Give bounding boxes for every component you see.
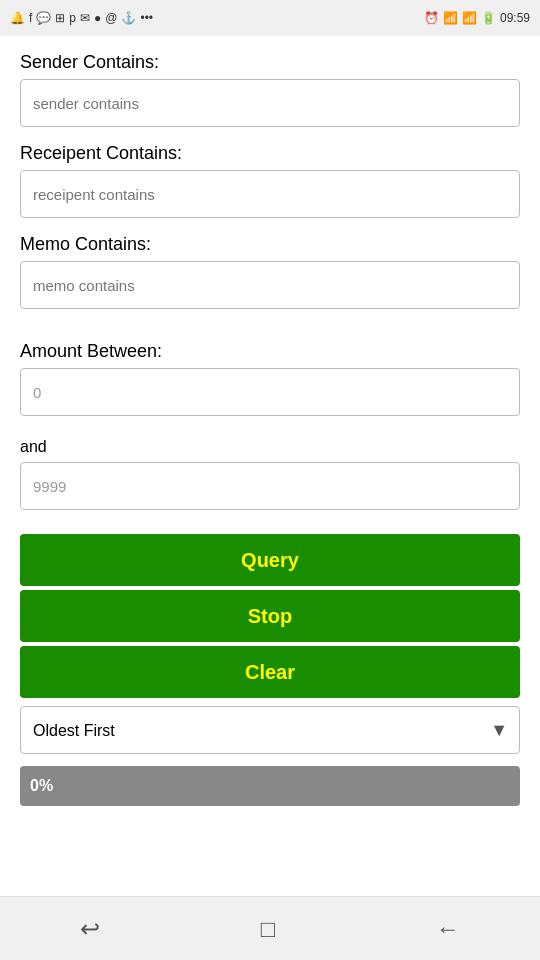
- amount-label: Amount Between:: [20, 341, 520, 362]
- dots-icon: •••: [140, 11, 153, 25]
- nav-recent-apps-icon[interactable]: ↩: [60, 907, 120, 951]
- amount-max-input[interactable]: [20, 462, 520, 510]
- anchor-icon: ⚓: [121, 11, 136, 25]
- sort-dropdown-wrapper: Oldest First Newest First Amount Ascendi…: [20, 706, 520, 754]
- progress-text: 0%: [30, 777, 53, 795]
- nav-back-icon[interactable]: ←: [416, 907, 480, 951]
- facebook-icon: f: [29, 11, 32, 25]
- amount-min-input[interactable]: [20, 368, 520, 416]
- recipient-label: Receipent Contains:: [20, 143, 520, 164]
- main-content: Sender Contains: Receipent Contains: Mem…: [0, 36, 540, 896]
- grid-icon: ⊞: [55, 11, 65, 25]
- messenger-icon: 💬: [36, 11, 51, 25]
- recipient-input[interactable]: [20, 170, 520, 218]
- stop-button[interactable]: Stop: [20, 590, 520, 642]
- time-display: 09:59: [500, 11, 530, 25]
- query-button[interactable]: Query: [20, 534, 520, 586]
- status-bar: 🔔 f 💬 ⊞ p ✉ ● @ ⚓ ••• ⏰ 📶 📶 🔋 09:59: [0, 0, 540, 36]
- sort-dropdown[interactable]: Oldest First Newest First Amount Ascendi…: [20, 706, 520, 754]
- and-label: and: [20, 438, 520, 456]
- sender-input[interactable]: [20, 79, 520, 127]
- memo-input[interactable]: [20, 261, 520, 309]
- status-right-icons: ⏰ 📶 📶 🔋 09:59: [424, 11, 530, 25]
- buttons-section: Query Stop Clear: [20, 534, 520, 698]
- progress-bar: 0%: [20, 766, 520, 806]
- clear-button[interactable]: Clear: [20, 646, 520, 698]
- p-icon: p: [69, 11, 76, 25]
- at-icon: @: [105, 11, 117, 25]
- nav-bar: ↩ □ ←: [0, 896, 540, 960]
- status-left-icons: 🔔 f 💬 ⊞ p ✉ ● @ ⚓ •••: [10, 11, 153, 25]
- mail-icon: ✉: [80, 11, 90, 25]
- circle-icon: ●: [94, 11, 101, 25]
- sender-label: Sender Contains:: [20, 52, 520, 73]
- battery-icon: 🔋: [481, 11, 496, 25]
- memo-label: Memo Contains:: [20, 234, 520, 255]
- alarm-icon: ⏰: [424, 11, 439, 25]
- nav-home-icon[interactable]: □: [241, 907, 296, 951]
- notification-icon: 🔔: [10, 11, 25, 25]
- sim-icon: 📶: [443, 11, 458, 25]
- signal-icon: 📶: [462, 11, 477, 25]
